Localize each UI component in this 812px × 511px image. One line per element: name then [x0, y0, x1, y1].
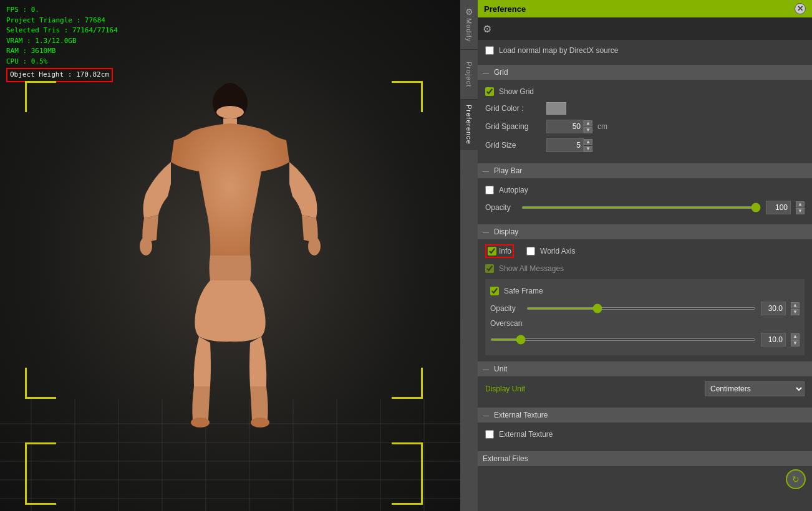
play-bar-opacity-down[interactable]: ▼ — [796, 208, 805, 214]
corner-bracket-tr — [392, 81, 423, 112]
external-files-section-title: External Files — [483, 454, 528, 463]
grid-size-label: Grid Size — [485, 141, 541, 150]
play-bar-section-body: Autoplay Opacity ▲ ▼ — [478, 178, 812, 223]
display-collapse-btn[interactable]: — — [483, 229, 489, 236]
grid-spacing-spinners: ▲ ▼ — [584, 120, 592, 133]
hud-selected-tris: Selected Tris : 77164/77164 — [6, 26, 118, 36]
grid-spacing-row: Grid Spacing ▲ ▼ cm — [485, 120, 805, 133]
play-bar-opacity-value[interactable] — [766, 201, 791, 214]
panel-main-content: Preference ✕ ⚙ Load normal map by Direct… — [478, 0, 812, 511]
grid-size-up[interactable]: ▲ — [584, 139, 592, 145]
overscan-value[interactable] — [761, 333, 786, 346]
corner-bracket-bl2 — [25, 442, 56, 474]
info-checkbox[interactable] — [488, 247, 496, 256]
svg-point-16 — [221, 83, 239, 98]
world-axis-checkbox[interactable] — [526, 247, 535, 256]
grid-spacing-down[interactable]: ▼ — [584, 127, 592, 133]
corner-bracket-bl — [25, 368, 56, 399]
grid-spacing-up[interactable]: ▲ — [584, 120, 592, 127]
display-unit-dropdown[interactable]: Centimeters Millimeters Meters Inches Fe… — [705, 381, 805, 396]
display-unit-row: Display Unit Centimeters Millimeters Met… — [485, 381, 805, 396]
external-texture-checkbox[interactable] — [485, 430, 494, 439]
external-files-section-header: External Files — [478, 451, 812, 466]
external-texture-section-header: — External Texture — [478, 408, 812, 423]
hud-triangles: Project Triangle : 77684 — [6, 16, 118, 26]
autoplay-checkbox[interactable] — [485, 186, 494, 194]
play-bar-opacity-up[interactable]: ▲ — [796, 201, 805, 208]
grid-color-swatch[interactable] — [546, 102, 566, 115]
overscan-slider[interactable] — [490, 338, 756, 341]
bottom-area: ↻ — [478, 467, 812, 492]
show-grid-checkbox[interactable] — [485, 87, 494, 96]
tab-modify[interactable]: ⚙ Modify — [460, 0, 478, 50]
grid-section-body: Show Grid Grid Color : Grid Spacing ▲ ▼ — [478, 80, 812, 162]
safe-frame-opacity-label: Opacity — [490, 304, 521, 313]
safe-frame-opacity-value[interactable] — [761, 302, 786, 315]
display-info-row: Info World Axis — [485, 244, 805, 258]
grid-collapse-btn[interactable]: — — [483, 69, 489, 76]
close-button[interactable]: ✕ — [795, 3, 806, 14]
svg-point-17 — [216, 106, 244, 118]
grid-section-header: — Grid — [478, 65, 812, 80]
tab-preference[interactable]: Preference — [460, 100, 478, 150]
safe-frame-checkbox[interactable] — [490, 287, 499, 295]
grid-size-spinners: ▲ ▼ — [584, 139, 592, 152]
safe-frame-opacity-slider[interactable] — [526, 307, 756, 310]
autoplay-row: Autoplay — [485, 183, 805, 197]
hud-vram: VRAM : 1.3/12.0GB — [6, 36, 118, 47]
play-bar-opacity-slider[interactable] — [521, 206, 761, 209]
corner-bracket-bl3 — [25, 474, 56, 505]
grid-spacing-input[interactable] — [546, 120, 584, 133]
play-bar-section: — Play Bar Autoplay Opacity ▲ ▼ — [478, 163, 812, 223]
grid-color-label: Grid Color : — [485, 104, 541, 113]
viewport: .gl { stroke: #444; stroke-width: 0.5; } — [0, 0, 460, 511]
play-bar-section-header: — Play Bar — [478, 163, 812, 178]
safe-frame-opacity-row: Opacity ▲ ▼ — [490, 302, 800, 315]
corner-bracket-br2 — [392, 442, 423, 474]
unit-section-body: Display Unit Centimeters Millimeters Met… — [478, 376, 812, 406]
normal-map-row: Load normal map by DirectX source — [485, 44, 805, 57]
grid-spacing-input-group: ▲ ▼ — [546, 120, 592, 133]
show-grid-row: Show Grid — [485, 85, 805, 98]
external-texture-row: External Texture — [485, 427, 805, 441]
corner-bracket-br3 — [392, 474, 423, 505]
rotate-icon[interactable]: ↻ — [786, 469, 806, 489]
grid-size-row: Grid Size ▲ ▼ — [485, 138, 805, 152]
world-axis-row: World Axis — [526, 244, 575, 258]
grid-size-input[interactable] — [546, 138, 584, 152]
corner-bracket-br — [392, 368, 423, 399]
show-all-messages-row: Show All Messages — [485, 262, 805, 275]
overscan-down[interactable]: ▼ — [791, 340, 800, 346]
play-bar-section-title: Play Bar — [494, 166, 522, 175]
grid-size-down[interactable]: ▼ — [584, 146, 592, 152]
external-texture-collapse-btn[interactable]: — — [483, 412, 489, 419]
safe-frame-opacity-spinners: ▲ ▼ — [791, 302, 800, 315]
play-bar-collapse-btn[interactable]: — — [483, 168, 489, 174]
overscan-slider-row: ▲ ▼ — [490, 333, 800, 346]
settings-icon-row: ⚙ — [478, 17, 812, 40]
overscan-up[interactable]: ▲ — [791, 333, 800, 340]
gear-icon: ⚙ — [464, 7, 474, 17]
right-panel: ⚙ Modify Project Preference Preference ✕… — [460, 0, 812, 511]
display-section-title: Display — [494, 227, 518, 236]
show-grid-label: Show Grid — [499, 87, 534, 96]
play-bar-opacity-label: Opacity — [485, 203, 516, 212]
normal-map-section: Load normal map by DirectX source — [478, 40, 812, 65]
safe-frame-opacity-down[interactable]: ▼ — [791, 309, 800, 315]
display-section-body: Info World Axis Show All Messages — [478, 239, 812, 360]
settings-gear-icon[interactable]: ⚙ — [483, 23, 491, 35]
show-all-messages-checkbox[interactable] — [485, 264, 494, 273]
tab-project[interactable]: Project — [460, 50, 478, 100]
grid-size-input-group: ▲ ▼ — [546, 138, 592, 152]
tab-preference-label: Preference — [465, 105, 473, 145]
svg-point-20 — [308, 237, 321, 256]
world-axis-label: World Axis — [540, 247, 575, 256]
normal-map-checkbox[interactable] — [485, 46, 494, 55]
grid-spacing-label: Grid Spacing — [485, 122, 541, 131]
svg-point-19 — [140, 237, 152, 256]
unit-collapse-btn[interactable]: — — [483, 366, 489, 373]
safe-frame-opacity-up[interactable]: ▲ — [791, 302, 800, 308]
hud-ram: RAM : 3610MB — [6, 46, 118, 57]
svg-point-22 — [251, 418, 269, 427]
display-unit-label: Display Unit — [485, 384, 541, 393]
